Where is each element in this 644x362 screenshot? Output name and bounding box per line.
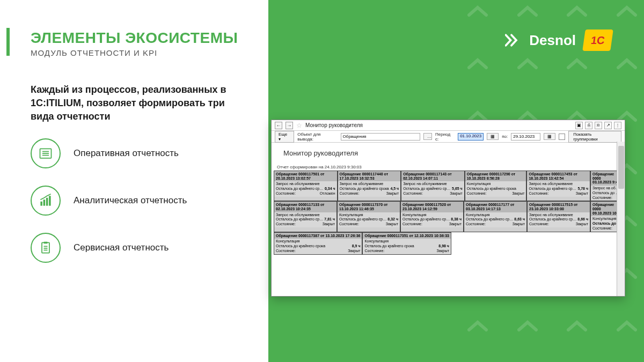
tile-title: Обращение 0000117440 от 17.10.2023 16:32… xyxy=(338,171,401,181)
scrollbar-thumb[interactable] xyxy=(618,146,624,189)
slide-body-text: Каждый из процессов, реализованных в 1С:… xyxy=(31,83,240,124)
brand-name: Desnol xyxy=(529,32,576,49)
report-tile[interactable]: Обращение 0000117515 от 23.10.2023 10:33… xyxy=(527,201,590,232)
tile-title: Обращение 0000117453 от 18.10.2023 13:42… xyxy=(527,171,590,181)
tile-remain-value: 8,66 ч xyxy=(577,217,588,222)
favorite-star-icon[interactable]: ☆ xyxy=(296,122,302,129)
tile-state-value: Закрыт xyxy=(386,191,399,196)
tile-state-value: Закрыт xyxy=(437,249,449,254)
toolbar: Еще ▾ Объект для вывода: … Период с: 01.… xyxy=(272,131,625,143)
output-label: Объект для вывода: xyxy=(297,132,337,142)
tile-title: Обращение 0000117290 от 10.10.2023 8:56:… xyxy=(465,171,526,181)
more-icon[interactable]: ⋮ xyxy=(614,122,621,129)
report-tile[interactable]: Обращение 0000117440 от 17.10.2023 16:32… xyxy=(338,171,401,201)
tile-type: Запрос на обслуживание xyxy=(340,182,384,187)
report-tile[interactable]: Обращение 0000117351 от 12.10.2023 10:36… xyxy=(362,232,451,255)
report-tile[interactable]: Обращение 0000117453 от 18.10.2023 13:42… xyxy=(526,171,590,201)
forward-button[interactable]: → xyxy=(286,122,293,129)
bullet-label: Аналитическая отчетность xyxy=(74,195,187,206)
brand-block: Desnol 1C xyxy=(505,29,612,51)
report-tile[interactable]: Обращение 0000117177 от 03.10.2023 14:17… xyxy=(464,201,527,232)
tile-remain-label: Осталось до крайнего срока xyxy=(529,217,577,222)
window-action-icons: ▣ ⎙ ⛭ ↗ ⋮ xyxy=(575,122,621,129)
tile-state-value: Закрыт xyxy=(450,191,462,196)
tile-remain-label: Осталось до крайнего срока xyxy=(364,244,414,249)
tile-body: КонсультацияОсталось до крайнего срока8,… xyxy=(363,239,450,254)
output-input[interactable] xyxy=(341,133,420,141)
tile-remain-label: Осталось до крайнего срока xyxy=(339,217,387,222)
report-tile[interactable]: Обращение 0000117501 от 20.10.2023 13:02… xyxy=(274,171,338,201)
to-label: по: xyxy=(502,134,508,139)
tile-state-label: Состояние: xyxy=(339,222,359,227)
tile-remain-value: 5,65 ч xyxy=(452,187,463,191)
date-from-input[interactable]: 01.10.2023 xyxy=(458,133,484,141)
desnol-chevrons-icon xyxy=(505,32,521,48)
report-tile[interactable]: Обращение 0000117520 от 23.10.2023 14:12… xyxy=(400,201,464,232)
tile-remain-value: 0,34 ч xyxy=(325,187,335,191)
tile-title: Обращение 0000117133 от 02.10.2023 10:24… xyxy=(274,202,336,212)
tile-body: КонсультацияОсталось до крайнего срока8,… xyxy=(401,212,463,227)
tile-type: Запрос на обслуживание xyxy=(276,182,320,187)
tile-state-label: Состояние: xyxy=(402,222,422,227)
tile-type: Консультация xyxy=(467,182,491,187)
tile-body: Запрос на обслуживаниеОсталось до крайне… xyxy=(401,181,464,196)
svg-rect-9 xyxy=(44,242,48,244)
tile-state-value: Закрыт xyxy=(512,191,524,196)
tile-state-value: Закрыт xyxy=(348,249,360,254)
output-picker-button[interactable]: … xyxy=(423,133,432,140)
1c-logo-icon: 1C xyxy=(582,29,613,51)
clipboard-icon xyxy=(31,233,61,263)
app-window: ← → ☆ Монитор руководителя ▣ ⎙ ⛭ ↗ ⋮ Еще… xyxy=(271,120,625,297)
bullet-operational: Оперативная отчетность xyxy=(31,138,187,168)
tile-remain-value: 4,5 ч xyxy=(390,187,399,191)
tile-state-value: Закрыт xyxy=(323,222,335,227)
tile-state-label: Состояние: xyxy=(529,191,548,196)
tile-state-label: Состояние: xyxy=(340,191,360,196)
tile-body: Запрос на обслуживаниеОсталось до крайне… xyxy=(528,212,590,227)
report-tile[interactable]: Обращение 0000117143 от 02.10.2023 14:07… xyxy=(401,171,465,201)
svg-rect-6 xyxy=(46,198,48,206)
tile-state-label: Состояние: xyxy=(276,249,296,254)
link-icon[interactable]: ↗ xyxy=(604,122,612,129)
svg-rect-5 xyxy=(43,200,46,205)
tile-remain-value: 7,81 ч xyxy=(324,217,335,222)
tile-type: Запрос на обслуживание xyxy=(276,213,320,218)
report-tile[interactable]: Обращение 0000117387 от 13.10.2023 17:26… xyxy=(274,232,362,255)
bullet-analytical: Аналитическая отчетность xyxy=(31,186,187,216)
tile-state-value: Закрыт xyxy=(576,222,588,227)
slide-subtitle: МОДУЛЬ ОТЧЕТНОСТИ И KPI xyxy=(31,48,157,57)
tile-state-value: Закрыт xyxy=(513,222,525,227)
tile-state-value: Отложен xyxy=(320,191,335,196)
vertical-scrollbar[interactable] xyxy=(617,142,625,296)
tile-remain-label: Осталось до крайнего срока xyxy=(529,187,577,191)
tile-state-label: Состояние: xyxy=(592,226,612,231)
accent-bar xyxy=(6,28,10,56)
back-button[interactable]: ← xyxy=(275,122,282,129)
report-tile[interactable]: Обращение 0000117133 от 02.10.2023 10:24… xyxy=(274,201,337,232)
report-tile[interactable]: Обращение 0000117290 от 10.10.2023 8:56:… xyxy=(465,171,527,201)
settings-icon[interactable]: ⛭ xyxy=(595,122,602,129)
date-to-input[interactable] xyxy=(511,133,540,141)
tile-title: Обращение 0000117143 от 02.10.2023 14:07… xyxy=(401,171,464,181)
tile-type: Консультация xyxy=(592,217,617,221)
tile-type: Консультация xyxy=(466,213,490,218)
print-icon[interactable]: ⎙ xyxy=(585,122,592,129)
chart-icon xyxy=(31,186,61,216)
window-title: Монитор руководителя xyxy=(305,122,363,128)
tile-remain-value: 8,38 ч xyxy=(451,217,462,222)
report-tile[interactable]: Обращение 0000117370 от 13.10.2023 11:46… xyxy=(337,201,400,232)
show-groupings-button[interactable]: Показать группировки xyxy=(568,131,621,143)
bullet-label: Оперативная отчетность xyxy=(74,148,179,159)
tile-row: Обращение 0000117501 от 20.10.2023 13:02… xyxy=(274,171,623,201)
svg-rect-7 xyxy=(49,196,51,205)
tile-remain-label: Осталось до крайнего срока xyxy=(466,217,514,222)
more-button[interactable]: Еще ▾ xyxy=(275,131,294,143)
save-icon[interactable]: ▣ xyxy=(575,122,583,129)
toolbar-checkbox[interactable] xyxy=(559,134,565,140)
tile-remain-value: 8,32 ч xyxy=(387,217,398,222)
tile-title: Обращение 0000117177 от 03.10.2023 14:17… xyxy=(464,202,526,212)
tile-type: Консультация xyxy=(339,213,363,218)
calendar-to-button[interactable]: ▦ xyxy=(544,133,555,140)
tile-body: КонсультацияОсталось до крайнего срокаСо… xyxy=(465,181,526,196)
calendar-from-button[interactable]: ▦ xyxy=(487,133,499,140)
